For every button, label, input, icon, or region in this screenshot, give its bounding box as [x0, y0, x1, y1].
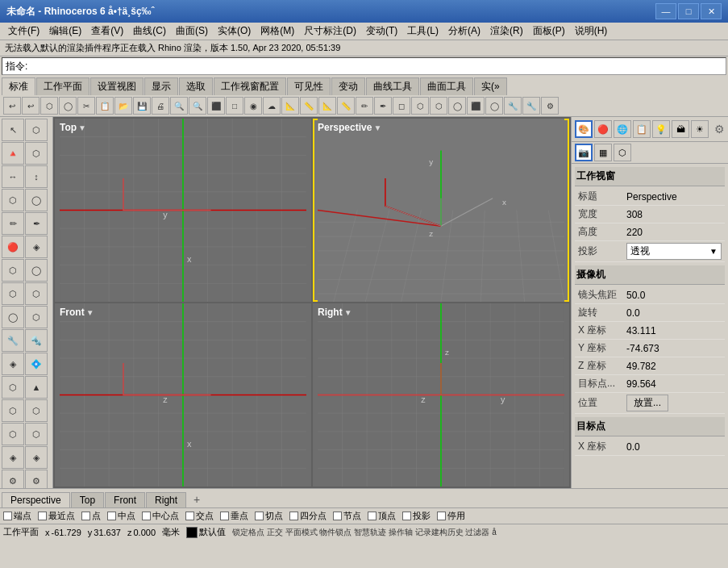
lt-btn-0-0[interactable]: ↖ — [2, 119, 24, 141]
toolbar-btn-25[interactable]: ⬛ — [467, 97, 485, 115]
toolbar-btn-10[interactable]: 🔍 — [189, 97, 206, 115]
snap-item-顶点[interactable]: 顶点 — [368, 510, 396, 522]
snap-item-垂点[interactable]: 垂点 — [220, 510, 248, 522]
snap-checkbox-投影[interactable] — [402, 512, 411, 520]
rp-icon-camera-view[interactable]: 📷 — [575, 144, 593, 161]
toolbar-btn-23[interactable]: ⬡ — [430, 97, 447, 115]
rp-icon-env[interactable]: 🏔 — [672, 120, 689, 138]
lt-btn-14-1[interactable]: ◈ — [25, 446, 48, 469]
lt-btn-10-0[interactable]: ◈ — [2, 353, 24, 375]
lt-btn-11-0[interactable]: ⬡ — [2, 376, 24, 399]
snap-item-中点[interactable]: 中点 — [107, 510, 135, 522]
viewport-top[interactable]: Top ▼ — [55, 119, 311, 302]
toolbar-btn-17[interactable]: 📐 — [318, 97, 336, 115]
snap-checkbox-端点[interactable] — [3, 512, 12, 520]
toolbar-tab-0[interactable]: 标准 — [2, 77, 35, 95]
rp-icon-grid[interactable]: ▦ — [594, 144, 612, 161]
menu-item-v[interactable]: 查看(V) — [86, 23, 128, 39]
toolbar-btn-26[interactable]: ◯ — [485, 97, 503, 115]
position-place-button[interactable]: 放置... — [626, 395, 668, 411]
menu-item-h[interactable]: 说明(H) — [570, 23, 613, 39]
lt-btn-15-0[interactable]: ⚙ — [2, 470, 24, 488]
toolbar-btn-8[interactable]: 🖨 — [152, 97, 169, 115]
menu-item-t[interactable]: 变动(T) — [361, 23, 402, 39]
toolbar-btn-22[interactable]: ⬡ — [411, 97, 429, 115]
lt-btn-8-1[interactable]: ⬡ — [25, 306, 48, 328]
rp-icon-render[interactable]: 🌐 — [614, 120, 631, 138]
viewport-perspective-arrow[interactable]: ▼ — [373, 123, 381, 132]
command-input[interactable] — [31, 61, 722, 72]
maximize-button[interactable]: □ — [678, 3, 699, 19]
menu-item-r[interactable]: 渲染(R) — [485, 23, 528, 39]
toolbar-btn-15[interactable]: 📐 — [281, 97, 299, 115]
toolbar-tab-8[interactable]: 曲线工具 — [366, 77, 419, 95]
toolbar-btn-16[interactable]: 📏 — [300, 97, 318, 115]
lt-btn-5-0[interactable]: 🔴 — [2, 236, 24, 258]
snap-checkbox-点[interactable] — [81, 512, 90, 520]
vp-tab-top[interactable]: Top — [71, 492, 104, 507]
toolbar-btn-20[interactable]: ✒ — [374, 97, 392, 115]
lt-btn-6-1[interactable]: ◯ — [25, 259, 48, 282]
close-button[interactable]: ✕ — [701, 3, 722, 19]
lt-btn-4-1[interactable]: ✒ — [25, 212, 48, 235]
lt-btn-1-1[interactable]: ⬡ — [25, 142, 48, 165]
lt-btn-7-1[interactable]: ⬡ — [25, 282, 48, 305]
toolbar-btn-1[interactable]: ↩ — [22, 97, 40, 115]
snap-item-最近点[interactable]: 最近点 — [38, 510, 75, 522]
snap-item-四分点[interactable]: 四分点 — [289, 510, 327, 522]
lt-btn-12-0[interactable]: ⬡ — [2, 399, 24, 422]
lt-btn-15-1[interactable]: ⚙ — [25, 470, 48, 488]
menu-item-m[interactable]: 网格(M) — [256, 23, 299, 39]
snap-item-节点[interactable]: 节点 — [333, 510, 361, 522]
rp-icon-color[interactable]: 🎨 — [575, 120, 593, 138]
vp-tab-perspective[interactable]: Perspective — [2, 492, 70, 507]
viewport-right-label[interactable]: Right ▼ — [318, 307, 352, 318]
lt-btn-7-0[interactable]: ⬡ — [2, 282, 24, 305]
toolbar-btn-29[interactable]: ⚙ — [541, 97, 559, 115]
minimize-button[interactable]: — — [655, 3, 676, 19]
vp-tab-right[interactable]: Right — [146, 492, 186, 507]
toolbar-tab-6[interactable]: 可见性 — [287, 77, 331, 95]
lt-btn-9-1[interactable]: 🔩 — [25, 329, 48, 352]
snap-item-中心点[interactable]: 中心点 — [142, 510, 179, 522]
lt-btn-12-1[interactable]: ⬡ — [25, 399, 48, 422]
menu-item-c[interactable]: 曲线(C) — [128, 23, 171, 39]
lt-btn-3-1[interactable]: ◯ — [25, 189, 48, 211]
menu-item-d[interactable]: 尺寸标注(D) — [299, 23, 361, 39]
snap-checkbox-停用[interactable] — [437, 512, 446, 520]
snap-checkbox-切点[interactable] — [255, 512, 264, 520]
menu-item-f[interactable]: 文件(F) — [3, 23, 44, 39]
toolbar-tab-1[interactable]: 工作平面 — [36, 77, 89, 95]
toolbar-btn-4[interactable]: ✂ — [77, 97, 95, 115]
snap-checkbox-垂点[interactable] — [220, 512, 229, 520]
settings-gear-icon[interactable]: ⚙ — [714, 123, 725, 136]
viewport-right[interactable]: Right ▼ — [313, 303, 569, 487]
viewport-front-arrow[interactable]: ▼ — [86, 308, 94, 317]
lt-btn-14-0[interactable]: ◈ — [2, 446, 24, 469]
rp-icon-sun[interactable]: ☀ — [691, 120, 709, 138]
toolbar-btn-5[interactable]: 📋 — [96, 97, 114, 115]
toolbar-btn-14[interactable]: ☁ — [263, 97, 281, 115]
rp-icon-material[interactable]: 📋 — [633, 120, 651, 138]
viewport-front[interactable]: Front ▼ — [55, 303, 311, 487]
lt-btn-4-0[interactable]: ✏ — [2, 212, 24, 235]
toolbar-tab-7[interactable]: 变动 — [331, 77, 365, 95]
lt-btn-10-1[interactable]: 💠 — [25, 353, 48, 375]
snap-item-端点[interactable]: 端点 — [3, 510, 31, 522]
snap-item-点[interactable]: 点 — [81, 510, 101, 522]
toolbar-btn-6[interactable]: 📂 — [114, 97, 132, 115]
lt-btn-11-1[interactable]: ▲ — [25, 376, 48, 399]
toolbar-btn-9[interactable]: 🔍 — [170, 97, 188, 115]
rp-icon-object[interactable]: ⬡ — [614, 144, 631, 161]
toolbar-btn-18[interactable]: 📏 — [337, 97, 355, 115]
vp-tab-front[interactable]: Front — [105, 492, 145, 507]
lt-btn-13-1[interactable]: ⬡ — [25, 423, 48, 445]
lt-btn-2-0[interactable]: ↔ — [2, 165, 24, 188]
lt-btn-0-1[interactable]: ⬡ — [25, 119, 48, 141]
lt-btn-3-0[interactable]: ⬡ — [2, 189, 24, 211]
toolbar-btn-2[interactable]: ⬡ — [40, 97, 58, 115]
lt-btn-2-1[interactable]: ↕ — [25, 165, 48, 188]
toolbar-btn-27[interactable]: 🔧 — [504, 97, 522, 115]
snap-item-交点[interactable]: 交点 — [185, 510, 214, 522]
viewport-right-arrow[interactable]: ▼ — [344, 308, 352, 317]
